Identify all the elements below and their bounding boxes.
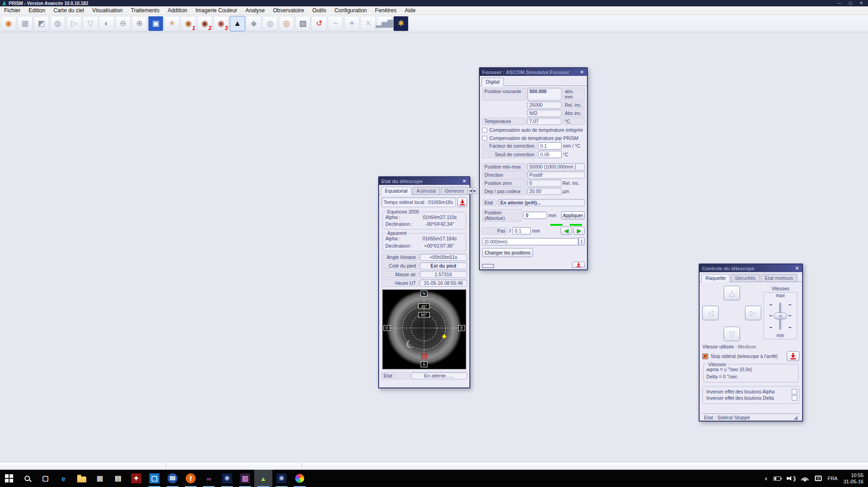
edge-icon[interactable]: e (54, 470, 73, 487)
notification-icon[interactable] (815, 476, 822, 481)
notes-icon[interactable]: ▦ (91, 470, 109, 487)
wifi-icon[interactable] (801, 476, 809, 482)
tab-digital[interactable]: Digital (482, 78, 504, 86)
volume-icon[interactable]: )) (787, 475, 795, 482)
menu-configuration[interactable]: Configuration (330, 7, 371, 14)
remote-screen-icon[interactable]: ▢ (145, 470, 163, 487)
tab-geneurs[interactable]: Geneurs (441, 187, 468, 194)
pas-stepper[interactable]: ▲▼ (509, 229, 511, 234)
slew-east-button[interactable]: ▷ (745, 306, 761, 320)
park-focuser-button[interactable] (572, 262, 585, 268)
search-button[interactable] (18, 470, 36, 487)
close-icon[interactable]: ✕ (859, 1, 863, 5)
thunderbird-icon[interactable]: ✉ (163, 470, 182, 487)
seuil-input[interactable]: 0.05 (538, 151, 562, 158)
menu-addition[interactable]: Addition (163, 7, 191, 14)
park-telescope-button[interactable] (787, 351, 799, 361)
mouse-info-icon[interactable]: ◍ (50, 16, 65, 31)
zoom-out-icon[interactable]: ⊖ (115, 16, 131, 31)
task-view-button[interactable]: ▢ (36, 470, 54, 487)
prism-icon[interactable]: ▲ (254, 470, 272, 487)
image-edit-icon[interactable]: ◩ (34, 16, 49, 31)
taskbar-clock[interactable]: 10:55 31-05-16 (843, 472, 863, 485)
state-titlebar[interactable]: Etat du télescope ✕ (379, 177, 469, 185)
stop-sidereal-checkbox[interactable]: ✓ (702, 353, 708, 359)
zoom-in-icon[interactable]: ⊕ (132, 16, 147, 31)
menu-visualisation[interactable]: Visualisation (88, 7, 127, 14)
truncated-checkbox[interactable] (482, 264, 494, 268)
invert-delta-checkbox[interactable] (792, 395, 797, 401)
camera-3-icon[interactable]: ◉3 (213, 16, 229, 31)
rotate-red-icon[interactable]: ↺ (311, 16, 327, 31)
file-explorer-icon[interactable] (73, 470, 91, 487)
mirror-wrench-icon[interactable]: ◎ (279, 16, 294, 31)
tab-scroll-left[interactable]: ◀ (469, 188, 472, 194)
focus-drop-icon[interactable]: ◆ (246, 16, 261, 31)
visual-studio-icon[interactable]: ∞ (200, 470, 218, 487)
battery-icon[interactable] (774, 477, 781, 481)
preset-dropdown[interactable]: (0.000mm) (482, 238, 578, 245)
camera-2-icon[interactable]: ◉2 (197, 16, 212, 31)
flip-vertical-icon[interactable]: ▽ (83, 16, 98, 31)
tab-equatorial[interactable]: Equatorial (381, 187, 412, 195)
resize-grip[interactable] (794, 416, 798, 420)
invert-alpha-checkbox[interactable] (792, 389, 797, 394)
comp-auto-checkbox[interactable] (482, 128, 487, 133)
menu-imagerie-couleur[interactable]: Imagerie Couleur (192, 7, 242, 14)
pegasus-icon[interactable]: ✦ (127, 470, 145, 487)
menu-aide[interactable]: Aide (400, 7, 419, 14)
apply-button[interactable]: Appliquer (561, 211, 585, 219)
preset-stepper[interactable]: ▲▼ (578, 238, 585, 245)
position-absolue-input[interactable]: 0 (523, 212, 547, 219)
slope-icon[interactable]: ~ (328, 16, 343, 31)
close-icon[interactable]: ✕ (462, 179, 467, 184)
open-image-icon[interactable]: ◉ (1, 16, 16, 31)
save-icon[interactable]: ▦ (17, 16, 33, 31)
slew-south-button[interactable]: ▽ (724, 327, 740, 341)
color-picker-icon[interactable] (291, 470, 309, 487)
sky-map-2-icon[interactable]: ✳ (272, 470, 291, 487)
tab-raquette[interactable]: Raquette (701, 274, 730, 282)
vector-shapes-icon[interactable]: ▷ (66, 16, 82, 31)
step-out-button[interactable]: ◀ (561, 227, 572, 235)
menu-carte-du-ciel[interactable]: Carte du ciel (49, 7, 88, 14)
menu-analyse[interactable]: Analyse (242, 7, 269, 14)
pas-input[interactable]: 0.1 (513, 227, 531, 234)
step-in-button[interactable]: ▶ (573, 227, 585, 235)
tray-chevron-icon[interactable]: ∧ (764, 476, 768, 481)
sync-time-button[interactable] (457, 197, 467, 207)
tab-etat-moteurs[interactable]: Etat moteurs (761, 274, 797, 282)
language-indicator[interactable]: FRA (828, 476, 838, 481)
control-titlebar[interactable]: Controle du télescope ✕ (700, 264, 802, 272)
menu-traitements[interactable]: Traitements (127, 7, 163, 14)
store-icon[interactable]: ▤ (109, 470, 127, 487)
histogram-icon[interactable]: ▂▅▇ (377, 16, 392, 31)
disabled-icon[interactable]: ✕ (360, 16, 376, 31)
menu-edition[interactable]: Edition (25, 7, 49, 14)
focuser-titlebar[interactable]: Focuser : ASCOM.Simulator.Focuser ✕ (480, 68, 587, 76)
menu-observatoire[interactable]: Observatoire (269, 7, 308, 14)
slider-thumb[interactable] (774, 313, 787, 319)
telescope-icon[interactable]: ▲ (230, 16, 245, 31)
menu-fenêtres[interactable]: Fenêtres (371, 7, 400, 14)
facteur-input[interactable]: 0.1 (538, 142, 562, 149)
close-icon[interactable]: ✕ (794, 266, 800, 271)
close-icon[interactable]: ✕ (579, 70, 585, 75)
camera-1-icon[interactable]: ◉1 (181, 16, 196, 31)
menu-fichier[interactable]: Fichier (0, 7, 25, 14)
minimize-icon[interactable]: — (837, 1, 841, 5)
maximize-icon[interactable]: ▢ (848, 1, 853, 5)
sky-map-icon[interactable]: ✳ (218, 470, 236, 487)
winrar-icon[interactable]: ▥ (236, 470, 254, 487)
menu-outils[interactable]: Outils (308, 7, 330, 14)
contrast-icon[interactable]: ◐ (99, 16, 114, 31)
tab-scroll-right[interactable]: ▶ (473, 188, 476, 194)
dark-frame-icon[interactable]: ▨ (295, 16, 311, 31)
robot-arm-icon[interactable]: ✱ (393, 16, 409, 31)
start-button[interactable] (0, 470, 18, 487)
blob-icon[interactable]: ✦ (344, 16, 360, 31)
change-positions-button[interactable]: Changer les positions (482, 248, 533, 257)
turbine-icon[interactable]: ✳ (164, 16, 180, 31)
slew-west-button[interactable]: ◁ (702, 306, 719, 320)
dome-icon[interactable]: ◍ (262, 16, 278, 31)
